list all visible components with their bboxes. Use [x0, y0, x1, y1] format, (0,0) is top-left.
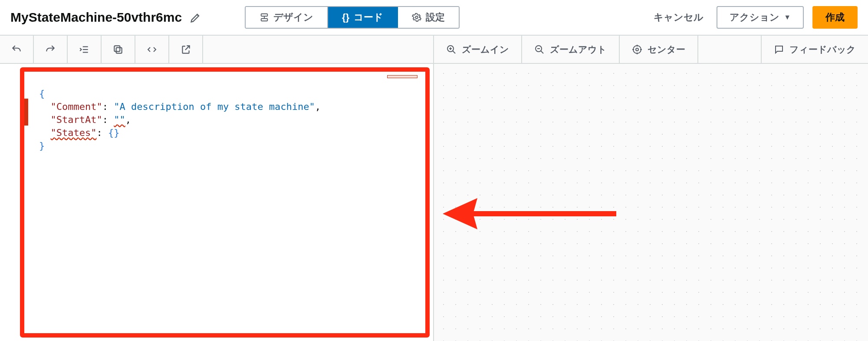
tab-design-label: デザイン	[273, 11, 313, 24]
redo-button[interactable]	[34, 36, 68, 63]
header-bar: MyStateMachine-50vthr6mc デザイン {} コード 設	[0, 0, 868, 35]
center-icon	[632, 44, 642, 55]
zoom-in-button[interactable]: ズームイン	[434, 36, 522, 63]
actions-dropdown[interactable]: アクション ▼	[717, 6, 804, 29]
cancel-button[interactable]: キャンセル	[649, 11, 708, 24]
svg-rect-0	[261, 14, 268, 17]
svg-point-16	[636, 48, 638, 51]
code-pane: { "Comment": "A description of my state …	[0, 36, 434, 341]
tab-settings-label: 設定	[426, 11, 445, 24]
center-label: センター	[648, 43, 685, 56]
caret-down-icon: ▼	[784, 13, 791, 21]
gear-icon	[412, 13, 421, 22]
feedback-button[interactable]: フィードバック	[761, 36, 868, 63]
format-code-button[interactable]	[68, 36, 102, 63]
embed-code-button[interactable]	[135, 36, 169, 63]
state-machine-title: MyStateMachine-50vthr6mc	[10, 10, 182, 25]
canvas-pane: ズームイン ズームアウト センター	[434, 36, 868, 341]
error-marker	[24, 99, 28, 126]
create-label: 作成	[825, 11, 845, 24]
tab-code-label: コード	[354, 11, 383, 24]
tab-code[interactable]: {} コード	[327, 7, 397, 28]
editor-toolbar	[0, 36, 433, 64]
editor-gutter	[0, 64, 36, 341]
zoom-out-label: ズームアウト	[550, 43, 607, 56]
zoom-in-label: ズームイン	[462, 43, 509, 56]
svg-point-17	[633, 46, 641, 53]
svg-point-3	[415, 16, 418, 19]
copy-button[interactable]	[102, 36, 135, 63]
code-content: { "Comment": "A description of my state …	[39, 74, 418, 166]
undo-button[interactable]	[0, 36, 34, 63]
zoom-out-button[interactable]: ズームアウト	[522, 36, 620, 63]
feedback-icon	[774, 44, 784, 55]
title-area: MyStateMachine-50vthr6mc	[10, 10, 236, 25]
zoom-out-icon	[534, 44, 545, 55]
edit-title-icon[interactable]	[190, 11, 202, 23]
create-button[interactable]: 作成	[812, 6, 858, 29]
view-mode-tabs: デザイン {} コード 設定	[245, 6, 460, 29]
svg-rect-7	[116, 47, 122, 53]
feedback-label: フィードバック	[789, 43, 856, 56]
code-line-5: }	[39, 140, 45, 151]
svg-line-14	[541, 51, 543, 53]
workflow-icon	[260, 13, 269, 22]
open-external-button[interactable]	[169, 36, 203, 63]
zoom-in-icon	[446, 44, 457, 55]
tab-design[interactable]: デザイン	[246, 7, 327, 28]
code-line-1: {	[39, 88, 45, 99]
svg-rect-1	[261, 19, 268, 21]
braces-icon: {}	[342, 12, 349, 23]
tab-settings[interactable]: 設定	[397, 7, 459, 28]
actions-label: アクション	[730, 11, 779, 24]
code-editor[interactable]: { "Comment": "A description of my state …	[0, 64, 433, 341]
svg-rect-8	[114, 46, 120, 51]
center-button[interactable]: センター	[620, 36, 698, 63]
workflow-canvas[interactable]	[434, 64, 868, 341]
work-area: { "Comment": "A description of my state …	[0, 35, 868, 341]
canvas-toolbar: ズームイン ズームアウト センター	[434, 36, 868, 64]
svg-line-10	[453, 51, 455, 53]
